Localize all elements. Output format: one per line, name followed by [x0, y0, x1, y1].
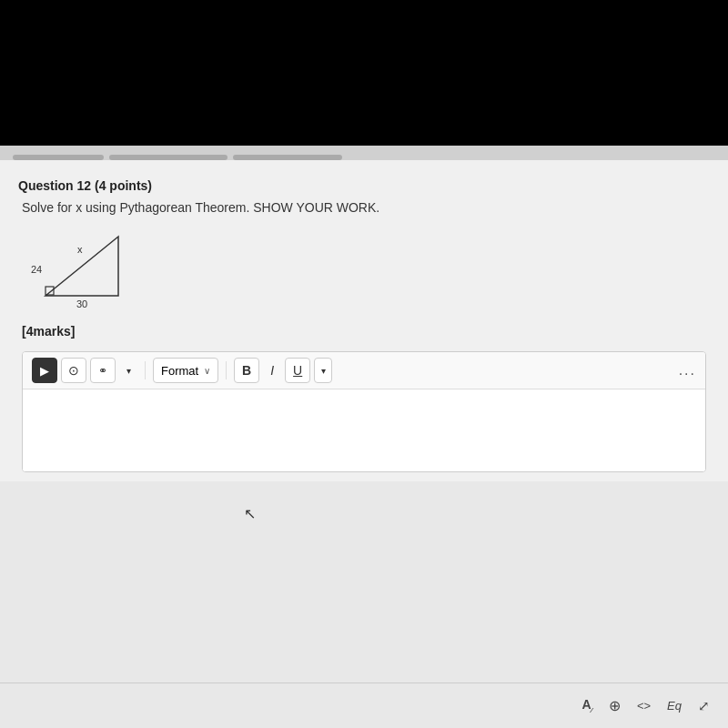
format-dropdown[interactable]: Format ∨ [153, 358, 218, 383]
triangle-diagram: x 24 30 [27, 228, 155, 309]
editor-body[interactable] [23, 389, 705, 471]
editor-container: ▶ ⊙ ⚭ ▾ Format ∨ [22, 351, 706, 472]
question-header: Question 12 (4 points) [18, 178, 710, 193]
format-label: Format [161, 364, 198, 378]
diagram-area: x 24 30 [27, 228, 710, 309]
more-icon: ... [679, 362, 696, 378]
link-button[interactable]: ⚭ [90, 358, 116, 383]
font-size-icon[interactable]: A∕ [581, 697, 592, 714]
question-points: (4 points) [95, 178, 152, 193]
question-text: Solve for x using Pythagorean Theorem. S… [18, 200, 710, 215]
underline-label: U [293, 363, 302, 378]
accessibility-icon[interactable]: ⊕ [609, 697, 621, 714]
separator-2 [226, 361, 227, 379]
tab-3[interactable] [233, 155, 342, 160]
play-button[interactable]: ▶ [32, 358, 57, 383]
underline-button[interactable]: U [285, 358, 310, 383]
camera-icon: ⊙ [68, 363, 79, 378]
equation-icon[interactable]: Eq [667, 699, 682, 713]
bold-label: B [242, 363, 251, 378]
code-view-icon[interactable]: <> [637, 699, 651, 713]
format-chevron-icon: ∨ [204, 366, 210, 376]
svg-text:30: 30 [76, 298, 87, 309]
cursor-pointer: ↖ [244, 505, 256, 522]
italic-button[interactable]: I [263, 358, 281, 383]
tab-1[interactable] [13, 155, 104, 160]
italic-label: I [270, 363, 274, 378]
more-options-button[interactable]: ... [679, 362, 696, 379]
expand-icon[interactable]: ⤢ [698, 698, 710, 714]
marks-text: [4marks] [18, 324, 710, 339]
formatting-dropdown-button[interactable]: ▾ [314, 358, 332, 383]
editor-toolbar: ▶ ⊙ ⚭ ▾ Format ∨ [23, 352, 705, 389]
play-icon: ▶ [40, 364, 49, 378]
link-icon: ⚭ [98, 364, 107, 377]
camera-button[interactable]: ⊙ [61, 358, 86, 383]
dropdown-button[interactable]: ▾ [119, 358, 137, 383]
tab-2[interactable] [109, 155, 228, 160]
svg-text:24: 24 [31, 264, 42, 275]
bold-button[interactable]: B [234, 358, 259, 383]
dropdown-arrow-icon: ▾ [126, 366, 131, 376]
separator-1 [145, 361, 146, 379]
question-number: Question 12 [18, 178, 91, 193]
bottom-bar: A∕ ⊕ <> Eq ⤢ [0, 682, 728, 728]
svg-text:x: x [77, 244, 83, 255]
formatting-arrow-icon: ▾ [321, 366, 326, 376]
